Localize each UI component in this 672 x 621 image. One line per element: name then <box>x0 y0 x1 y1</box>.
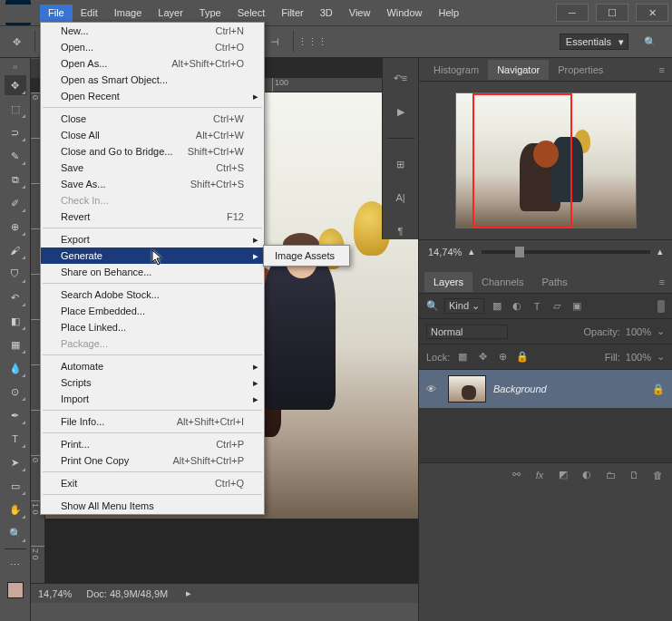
menu-item-exit[interactable]: ExitCtrl+Q <box>41 475 264 491</box>
maximize-button[interactable]: ☐ <box>596 4 628 22</box>
distribute-icon[interactable]: ⋮⋮⋮ <box>301 31 323 53</box>
menu-item-open-as-smart-object[interactable]: Open as Smart Object... <box>41 72 264 88</box>
menu-window[interactable]: Window <box>378 5 430 23</box>
lock-all-icon[interactable]: 🔒 <box>515 350 530 364</box>
menu-help[interactable]: Help <box>431 5 468 23</box>
menu-item-open[interactable]: Open...Ctrl+O <box>41 39 264 55</box>
foreground-color-swatch[interactable] <box>7 582 24 598</box>
brush-tool[interactable]: 🖌 <box>5 240 26 260</box>
layer-mask-icon[interactable]: ◩ <box>556 468 570 482</box>
adjustments-panel-icon[interactable]: ⊞ <box>392 157 410 172</box>
type-tool[interactable]: T <box>5 429 26 449</box>
lock-position-icon[interactable]: ✥ <box>475 350 490 364</box>
stamp-tool[interactable]: ⛉ <box>5 264 26 284</box>
layers-panel-menu-icon[interactable]: ≡ <box>652 277 672 287</box>
menu-file[interactable]: File <box>40 5 73 23</box>
menu-edit[interactable]: Edit <box>73 5 106 23</box>
menu-item-open-as[interactable]: Open As...Alt+Shift+Ctrl+O <box>41 55 264 72</box>
navigator-thumbnail[interactable] <box>455 92 637 228</box>
layer-thumbnail[interactable] <box>448 375 486 403</box>
menu-item-print-one-copy[interactable]: Print One CopyAlt+Shift+Ctrl+P <box>41 452 264 469</box>
tab-navigator[interactable]: Navigator <box>488 60 549 80</box>
healing-tool[interactable]: ⊕ <box>5 217 26 237</box>
paragraph-panel-icon[interactable]: ¶ <box>392 224 410 239</box>
character-panel-icon[interactable]: A| <box>392 190 410 206</box>
zoom-in-icon[interactable]: ▴ <box>657 246 663 257</box>
menu-filter[interactable]: Filter <box>273 5 311 23</box>
menu-3d[interactable]: 3D <box>312 5 341 23</box>
workspace-selector[interactable]: Essentials <box>560 34 628 50</box>
menu-item-close-and-go-to-bridge[interactable]: Close and Go to Bridge...Shift+Ctrl+W <box>41 143 264 160</box>
marquee-tool[interactable]: ⬚ <box>5 99 26 119</box>
menu-layer[interactable]: Layer <box>150 5 191 23</box>
delete-layer-icon[interactable]: 🗑 <box>650 468 665 482</box>
tab-properties[interactable]: Properties <box>549 60 612 80</box>
menu-item-automate[interactable]: Automate▸ <box>41 358 264 374</box>
menu-item-import[interactable]: Import▸ <box>41 391 264 407</box>
path-select-tool[interactable]: ➤ <box>5 452 26 472</box>
filter-toggle[interactable] <box>657 300 665 313</box>
menu-item-file-info[interactable]: File Info...Alt+Shift+Ctrl+I <box>41 413 264 430</box>
eraser-tool[interactable]: ◧ <box>5 311 26 331</box>
menu-item-show-all-menu-items[interactable]: Show All Menu Items <box>41 498 264 514</box>
menu-item-revert[interactable]: RevertF12 <box>41 209 264 225</box>
lasso-tool[interactable]: ⊃ <box>5 122 26 142</box>
menu-item-place-embedded[interactable]: Place Embedded... <box>41 303 264 319</box>
tab-layers[interactable]: Layers <box>424 272 472 292</box>
minimize-button[interactable]: ─ <box>556 4 589 22</box>
filter-shape-icon[interactable]: ▱ <box>550 299 564 314</box>
align-right-icon[interactable]: ⊣ <box>264 31 286 53</box>
layer-name[interactable]: Background <box>493 383 547 394</box>
tab-paths[interactable]: Paths <box>533 272 577 292</box>
pen-tool[interactable]: ✒ <box>5 405 26 425</box>
gradient-tool[interactable]: ▦ <box>5 335 26 354</box>
new-layer-icon[interactable]: 🗋 <box>627 468 641 482</box>
layer-row-background[interactable]: 👁 Background 🔒 <box>419 370 672 408</box>
zoom-tool[interactable]: 🔍 <box>5 523 26 543</box>
edit-toolbar[interactable]: ⋯ <box>5 555 26 575</box>
menu-item-search-adobe-stock[interactable]: Search Adobe Stock... <box>41 286 264 303</box>
actions-panel-icon[interactable]: ▶ <box>392 104 410 120</box>
menu-item-close-all[interactable]: Close AllAlt+Ctrl+W <box>41 127 264 143</box>
opacity-value[interactable]: 100% <box>626 326 651 337</box>
new-group-icon[interactable]: 🗀 <box>603 468 618 482</box>
tab-channels[interactable]: Channels <box>472 272 532 292</box>
shape-tool[interactable]: ▭ <box>5 476 26 496</box>
menu-item-save[interactable]: SaveCtrl+S <box>41 160 264 176</box>
quick-select-tool[interactable]: ✎ <box>5 146 26 166</box>
menu-item-export[interactable]: Export▸ <box>41 231 264 247</box>
hand-tool[interactable]: ✋ <box>5 500 26 519</box>
new-fill-layer-icon[interactable]: ◐ <box>579 468 594 482</box>
blend-mode-select[interactable]: Normal <box>426 325 508 339</box>
layer-filter-kind[interactable]: Kind ⌄ <box>444 298 484 314</box>
layer-lock-icon[interactable]: 🔒 <box>652 383 665 395</box>
filter-smart-icon[interactable]: ▣ <box>570 299 584 314</box>
filter-adjust-icon[interactable]: ◐ <box>510 299 524 314</box>
layer-fx-icon[interactable]: fx <box>532 468 547 482</box>
filter-type-icon[interactable]: T <box>530 299 544 314</box>
menu-item-close[interactable]: CloseCtrl+W <box>41 111 264 127</box>
navigator-view-box[interactable] <box>472 93 572 228</box>
filter-pixel-icon[interactable]: ▩ <box>490 299 504 314</box>
navigator-zoom-slider[interactable] <box>482 250 650 254</box>
menu-item-place-linked[interactable]: Place Linked... <box>41 319 264 335</box>
search-icon[interactable]: 🔍 <box>639 31 661 53</box>
tab-histogram[interactable]: Histogram <box>424 60 488 80</box>
lock-artboard-icon[interactable]: ⊕ <box>495 350 510 364</box>
close-button[interactable]: ✕ <box>636 4 668 22</box>
menu-item-save-as[interactable]: Save As...Shift+Ctrl+S <box>41 176 264 192</box>
eyedropper-tool[interactable]: ✐ <box>5 193 26 213</box>
layer-visibility-icon[interactable]: 👁 <box>426 383 441 394</box>
panel-menu-icon[interactable]: ≡ <box>652 64 672 75</box>
dodge-tool[interactable]: ⊙ <box>5 382 26 402</box>
move-tool[interactable]: ✥ <box>5 75 26 95</box>
link-layers-icon[interactable]: ⚯ <box>509 468 523 482</box>
blur-tool[interactable]: 💧 <box>5 358 26 378</box>
menu-view[interactable]: View <box>341 5 379 23</box>
submenu-image-assets[interactable]: Image Assets <box>264 247 349 264</box>
menu-image[interactable]: Image <box>106 5 151 23</box>
lock-pixels-icon[interactable]: ▩ <box>455 350 470 364</box>
zoom-out-icon[interactable]: ▴ <box>469 246 474 257</box>
menu-item-scripts[interactable]: Scripts▸ <box>41 374 264 391</box>
menu-item-print[interactable]: Print...Ctrl+P <box>41 436 264 452</box>
